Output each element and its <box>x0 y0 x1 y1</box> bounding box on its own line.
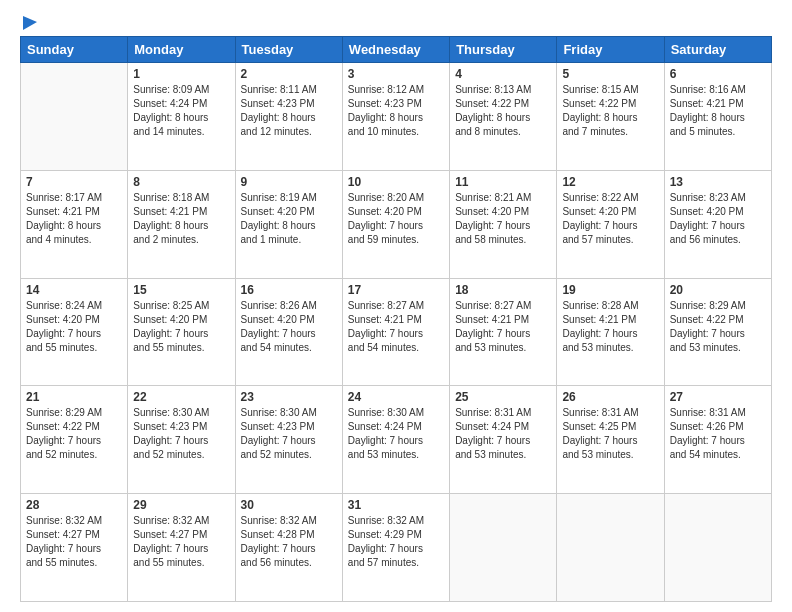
day-info: Sunrise: 8:19 AM Sunset: 4:20 PM Dayligh… <box>241 191 337 247</box>
calendar-cell: 13Sunrise: 8:23 AM Sunset: 4:20 PM Dayli… <box>664 170 771 278</box>
day-number: 2 <box>241 67 337 81</box>
calendar-cell: 16Sunrise: 8:26 AM Sunset: 4:20 PM Dayli… <box>235 278 342 386</box>
calendar-cell <box>557 494 664 602</box>
day-info: Sunrise: 8:32 AM Sunset: 4:28 PM Dayligh… <box>241 514 337 570</box>
calendar-cell: 9Sunrise: 8:19 AM Sunset: 4:20 PM Daylig… <box>235 170 342 278</box>
day-info: Sunrise: 8:31 AM Sunset: 4:24 PM Dayligh… <box>455 406 551 462</box>
calendar-cell: 11Sunrise: 8:21 AM Sunset: 4:20 PM Dayli… <box>450 170 557 278</box>
day-info: Sunrise: 8:23 AM Sunset: 4:20 PM Dayligh… <box>670 191 766 247</box>
calendar-cell: 22Sunrise: 8:30 AM Sunset: 4:23 PM Dayli… <box>128 386 235 494</box>
day-number: 5 <box>562 67 658 81</box>
day-info: Sunrise: 8:31 AM Sunset: 4:25 PM Dayligh… <box>562 406 658 462</box>
calendar-cell: 18Sunrise: 8:27 AM Sunset: 4:21 PM Dayli… <box>450 278 557 386</box>
day-number: 11 <box>455 175 551 189</box>
day-info: Sunrise: 8:20 AM Sunset: 4:20 PM Dayligh… <box>348 191 444 247</box>
day-info: Sunrise: 8:13 AM Sunset: 4:22 PM Dayligh… <box>455 83 551 139</box>
day-number: 25 <box>455 390 551 404</box>
day-info: Sunrise: 8:27 AM Sunset: 4:21 PM Dayligh… <box>348 299 444 355</box>
day-info: Sunrise: 8:09 AM Sunset: 4:24 PM Dayligh… <box>133 83 229 139</box>
calendar-cell: 20Sunrise: 8:29 AM Sunset: 4:22 PM Dayli… <box>664 278 771 386</box>
weekday-header-monday: Monday <box>128 37 235 63</box>
calendar-cell: 31Sunrise: 8:32 AM Sunset: 4:29 PM Dayli… <box>342 494 449 602</box>
calendar-cell <box>664 494 771 602</box>
day-number: 17 <box>348 283 444 297</box>
calendar-cell: 4Sunrise: 8:13 AM Sunset: 4:22 PM Daylig… <box>450 63 557 171</box>
day-number: 28 <box>26 498 122 512</box>
calendar-cell: 27Sunrise: 8:31 AM Sunset: 4:26 PM Dayli… <box>664 386 771 494</box>
day-number: 10 <box>348 175 444 189</box>
calendar-cell: 1Sunrise: 8:09 AM Sunset: 4:24 PM Daylig… <box>128 63 235 171</box>
day-number: 16 <box>241 283 337 297</box>
calendar-cell: 19Sunrise: 8:28 AM Sunset: 4:21 PM Dayli… <box>557 278 664 386</box>
day-info: Sunrise: 8:17 AM Sunset: 4:21 PM Dayligh… <box>26 191 122 247</box>
calendar-cell: 2Sunrise: 8:11 AM Sunset: 4:23 PM Daylig… <box>235 63 342 171</box>
day-number: 3 <box>348 67 444 81</box>
day-number: 26 <box>562 390 658 404</box>
week-row-3: 14Sunrise: 8:24 AM Sunset: 4:20 PM Dayli… <box>21 278 772 386</box>
calendar-cell: 30Sunrise: 8:32 AM Sunset: 4:28 PM Dayli… <box>235 494 342 602</box>
day-number: 12 <box>562 175 658 189</box>
calendar-cell: 25Sunrise: 8:31 AM Sunset: 4:24 PM Dayli… <box>450 386 557 494</box>
day-number: 30 <box>241 498 337 512</box>
day-info: Sunrise: 8:11 AM Sunset: 4:23 PM Dayligh… <box>241 83 337 139</box>
calendar-cell: 21Sunrise: 8:29 AM Sunset: 4:22 PM Dayli… <box>21 386 128 494</box>
day-info: Sunrise: 8:31 AM Sunset: 4:26 PM Dayligh… <box>670 406 766 462</box>
calendar-cell: 5Sunrise: 8:15 AM Sunset: 4:22 PM Daylig… <box>557 63 664 171</box>
day-info: Sunrise: 8:16 AM Sunset: 4:21 PM Dayligh… <box>670 83 766 139</box>
week-row-4: 21Sunrise: 8:29 AM Sunset: 4:22 PM Dayli… <box>21 386 772 494</box>
day-number: 21 <box>26 390 122 404</box>
calendar-cell: 29Sunrise: 8:32 AM Sunset: 4:27 PM Dayli… <box>128 494 235 602</box>
day-info: Sunrise: 8:27 AM Sunset: 4:21 PM Dayligh… <box>455 299 551 355</box>
calendar-cell: 14Sunrise: 8:24 AM Sunset: 4:20 PM Dayli… <box>21 278 128 386</box>
day-info: Sunrise: 8:30 AM Sunset: 4:24 PM Dayligh… <box>348 406 444 462</box>
day-info: Sunrise: 8:32 AM Sunset: 4:27 PM Dayligh… <box>133 514 229 570</box>
day-info: Sunrise: 8:12 AM Sunset: 4:23 PM Dayligh… <box>348 83 444 139</box>
logo <box>20 16 39 28</box>
day-info: Sunrise: 8:24 AM Sunset: 4:20 PM Dayligh… <box>26 299 122 355</box>
day-number: 15 <box>133 283 229 297</box>
day-number: 27 <box>670 390 766 404</box>
calendar-cell: 15Sunrise: 8:25 AM Sunset: 4:20 PM Dayli… <box>128 278 235 386</box>
day-number: 19 <box>562 283 658 297</box>
weekday-header-thursday: Thursday <box>450 37 557 63</box>
calendar-cell: 23Sunrise: 8:30 AM Sunset: 4:23 PM Dayli… <box>235 386 342 494</box>
day-number: 9 <box>241 175 337 189</box>
day-number: 18 <box>455 283 551 297</box>
day-number: 7 <box>26 175 122 189</box>
page: SundayMondayTuesdayWednesdayThursdayFrid… <box>0 0 792 612</box>
day-number: 29 <box>133 498 229 512</box>
day-number: 6 <box>670 67 766 81</box>
svg-marker-0 <box>23 16 37 30</box>
calendar-cell: 12Sunrise: 8:22 AM Sunset: 4:20 PM Dayli… <box>557 170 664 278</box>
weekday-header-wednesday: Wednesday <box>342 37 449 63</box>
calendar-cell <box>21 63 128 171</box>
day-info: Sunrise: 8:18 AM Sunset: 4:21 PM Dayligh… <box>133 191 229 247</box>
day-number: 4 <box>455 67 551 81</box>
calendar-cell: 8Sunrise: 8:18 AM Sunset: 4:21 PM Daylig… <box>128 170 235 278</box>
calendar-cell <box>450 494 557 602</box>
calendar-cell: 26Sunrise: 8:31 AM Sunset: 4:25 PM Dayli… <box>557 386 664 494</box>
weekday-header-saturday: Saturday <box>664 37 771 63</box>
calendar-cell: 6Sunrise: 8:16 AM Sunset: 4:21 PM Daylig… <box>664 63 771 171</box>
day-info: Sunrise: 8:25 AM Sunset: 4:20 PM Dayligh… <box>133 299 229 355</box>
day-number: 14 <box>26 283 122 297</box>
day-info: Sunrise: 8:29 AM Sunset: 4:22 PM Dayligh… <box>670 299 766 355</box>
day-info: Sunrise: 8:30 AM Sunset: 4:23 PM Dayligh… <box>241 406 337 462</box>
day-info: Sunrise: 8:32 AM Sunset: 4:27 PM Dayligh… <box>26 514 122 570</box>
day-info: Sunrise: 8:28 AM Sunset: 4:21 PM Dayligh… <box>562 299 658 355</box>
day-info: Sunrise: 8:15 AM Sunset: 4:22 PM Dayligh… <box>562 83 658 139</box>
day-number: 22 <box>133 390 229 404</box>
day-number: 8 <box>133 175 229 189</box>
calendar-cell: 10Sunrise: 8:20 AM Sunset: 4:20 PM Dayli… <box>342 170 449 278</box>
day-number: 24 <box>348 390 444 404</box>
week-row-5: 28Sunrise: 8:32 AM Sunset: 4:27 PM Dayli… <box>21 494 772 602</box>
weekday-header-row: SundayMondayTuesdayWednesdayThursdayFrid… <box>21 37 772 63</box>
weekday-header-friday: Friday <box>557 37 664 63</box>
weekday-header-sunday: Sunday <box>21 37 128 63</box>
calendar-cell: 17Sunrise: 8:27 AM Sunset: 4:21 PM Dayli… <box>342 278 449 386</box>
day-number: 20 <box>670 283 766 297</box>
day-info: Sunrise: 8:21 AM Sunset: 4:20 PM Dayligh… <box>455 191 551 247</box>
day-info: Sunrise: 8:30 AM Sunset: 4:23 PM Dayligh… <box>133 406 229 462</box>
day-number: 31 <box>348 498 444 512</box>
day-info: Sunrise: 8:32 AM Sunset: 4:29 PM Dayligh… <box>348 514 444 570</box>
